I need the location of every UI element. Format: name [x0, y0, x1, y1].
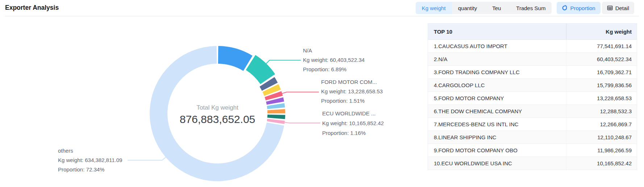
- chart-callout-others: others Kg weight: 634,382,811.09 Proport…: [58, 146, 122, 174]
- label-line: [284, 122, 320, 123]
- table-body: 1.CAUCASUS AUTO IMPORT 77,541,691.14 2.N…: [428, 40, 637, 170]
- table-row: 7.MERCEDES-BENZ US INTL INC 12,266,869.7: [428, 118, 637, 131]
- table-header-top10: TOP 10: [428, 24, 566, 39]
- table-row-name: 9.FORD MOTOR COMPANY OBO: [428, 144, 566, 157]
- chart-callout-na: N/A Kg weight: 60,403,522.34 Proportion:…: [303, 46, 365, 74]
- table-row-value: 15,799,836.56: [566, 79, 637, 92]
- chart-callout-ecu-worldwide: ECU WORLDWIDE ... Kg weight: 10,165,852.…: [322, 109, 384, 138]
- callout-title: others: [58, 146, 122, 156]
- table-row: 6.THE DOW CHEMICAL COMPANY 12,288,532.3: [428, 105, 637, 118]
- table-row: 3.FORD TRADING COMPANY LLC 16,709,362.71: [428, 66, 637, 79]
- table-row-name: 2.N/A: [428, 53, 566, 65]
- donut-center-value: 876,883,652.05: [163, 113, 272, 126]
- table-row-value: 10,165,852.42: [566, 157, 637, 170]
- table-row: 2.N/A 60,403,522.34: [428, 53, 637, 66]
- table-row-name: 3.FORD TRADING COMPANY LLC: [428, 66, 566, 78]
- callout-kg-weight: Kg weight: 60,403,522.34: [303, 55, 365, 65]
- callout-proportion: Proportion: 1.16%: [322, 128, 384, 138]
- callout-kg-weight: Kg weight: 634,382,811.09: [58, 156, 122, 165]
- table-row-name: 4.CARGOLOOP LLC: [428, 79, 566, 92]
- callout-title: N/A: [303, 46, 365, 55]
- table-row-value: 12,110,248.67: [566, 131, 637, 144]
- callout-kg-weight: Kg weight: 10,165,852.42: [322, 118, 384, 128]
- callout-proportion: Proportion: 1.51%: [321, 96, 383, 106]
- table-row-name: 1.CAUCASUS AUTO IMPORT: [428, 40, 566, 52]
- table-row-value: 13,228,658.53: [566, 92, 637, 105]
- top10-table: TOP 10 Kg weight 1.CAUCASUS AUTO IMPORT …: [428, 23, 637, 170]
- table-row-value: 12,288,532.3: [566, 105, 637, 118]
- table-header-kg-weight: Kg weight: [566, 24, 637, 39]
- table-row: 1.CAUCASUS AUTO IMPORT 77,541,691.14: [428, 40, 637, 53]
- label-line: [128, 157, 166, 160]
- callout-title: FORD MOTOR COM...: [321, 77, 383, 87]
- table-row: 9.FORD MOTOR COMPANY OBO 11,986,266.59: [428, 144, 637, 157]
- donut-center-label: Total Kg weight 876,883,652.05: [163, 104, 272, 126]
- callout-title: ECU WORLDWIDE ...: [322, 109, 384, 118]
- table-row-name: 6.THE DOW CHEMICAL COMPANY: [428, 105, 566, 118]
- callout-proportion: Proportion: 6.89%: [303, 65, 365, 74]
- callout-proportion: Proportion: 72.34%: [58, 165, 122, 174]
- table-row-name: 10.ECU WORLDWIDE USA INC: [428, 157, 566, 170]
- table-row-value: 12,266,869.7: [566, 118, 637, 131]
- label-line: [282, 92, 319, 94]
- table-row: 8.LINEAR SHIPPING INC 12,110,248.67: [428, 131, 637, 144]
- table-row-value: 16,709,362.71: [566, 66, 637, 78]
- callout-kg-weight: Kg weight: 13,228,658.53: [321, 87, 383, 96]
- table-row-value: 60,403,522.34: [566, 53, 637, 65]
- chart-callout-ford-motor: FORD MOTOR COM... Kg weight: 13,228,658.…: [321, 77, 383, 106]
- label-line: [266, 60, 301, 63]
- table-row-value: 77,541,691.14: [566, 40, 637, 52]
- table-header-row: TOP 10 Kg weight: [428, 24, 637, 40]
- table-row: 10.ECU WORLDWIDE USA INC 10,165,852.42: [428, 157, 637, 170]
- pie-slice-caucasus-auto-import[interactable]: [218, 46, 253, 71]
- table-row: 4.CARGOLOOP LLC 15,799,836.56: [428, 79, 637, 92]
- table-row-name: 7.MERCEDES-BENZ US INTL INC: [428, 118, 566, 131]
- table-row-value: 11,986,266.59: [566, 144, 637, 157]
- table-row-name: 8.LINEAR SHIPPING INC: [428, 131, 566, 144]
- table-row-name: 5.FORD MOTOR COMPANY: [428, 92, 566, 105]
- donut-center-title: Total Kg weight: [163, 104, 272, 111]
- table-row: 5.FORD MOTOR COMPANY 13,228,658.53: [428, 92, 637, 105]
